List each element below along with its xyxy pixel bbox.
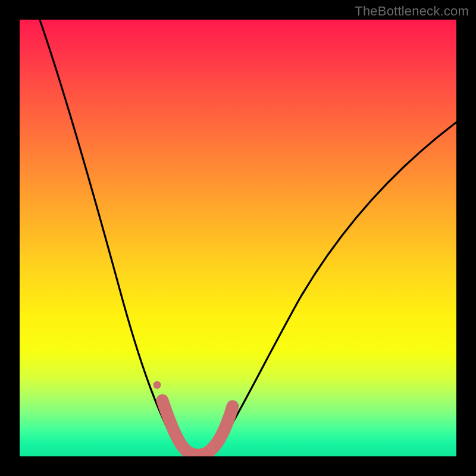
chart-frame: TheBottleneck.com bbox=[0, 0, 476, 476]
trough-marker-dot bbox=[154, 381, 161, 389]
bottleneck-curve bbox=[33, 20, 456, 455]
trough-marker-path bbox=[162, 400, 233, 455]
watermark-text: TheBottleneck.com bbox=[355, 4, 469, 19]
plot-area bbox=[20, 20, 456, 456]
bottleneck-curve-svg bbox=[20, 20, 456, 456]
